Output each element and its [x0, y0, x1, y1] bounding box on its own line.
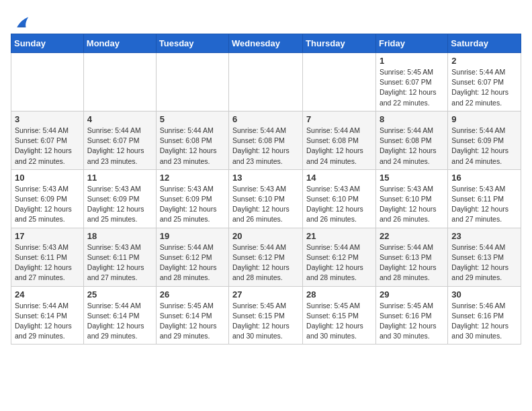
calendar-cell: 7Sunrise: 5:44 AM Sunset: 6:08 PM Daylig…: [303, 111, 376, 169]
calendar-cell: 27Sunrise: 5:45 AM Sunset: 6:15 PM Dayli…: [229, 286, 303, 345]
calendar-header-monday: Monday: [83, 34, 156, 53]
calendar-cell: 21Sunrise: 5:44 AM Sunset: 6:12 PM Dayli…: [303, 228, 376, 286]
day-info: Sunrise: 5:46 AM Sunset: 6:16 PM Dayligh…: [451, 301, 517, 342]
calendar-cell: 15Sunrise: 5:43 AM Sunset: 6:10 PM Dayli…: [375, 169, 447, 228]
calendar-cell: 20Sunrise: 5:44 AM Sunset: 6:12 PM Dayli…: [229, 228, 303, 286]
day-number: 30: [451, 289, 517, 300]
day-info: Sunrise: 5:44 AM Sunset: 6:12 PM Dayligh…: [232, 242, 299, 283]
day-info: Sunrise: 5:43 AM Sunset: 6:11 PM Dayligh…: [451, 184, 517, 225]
day-number: 25: [87, 289, 152, 300]
day-info: Sunrise: 5:44 AM Sunset: 6:14 PM Dayligh…: [15, 301, 80, 342]
day-info: Sunrise: 5:43 AM Sunset: 6:10 PM Dayligh…: [380, 184, 444, 225]
day-info: Sunrise: 5:44 AM Sunset: 6:08 PM Dayligh…: [380, 126, 444, 167]
day-number: 4: [87, 114, 152, 124]
day-number: 2: [451, 56, 517, 66]
day-number: 26: [160, 289, 225, 300]
calendar-header-friday: Friday: [375, 34, 447, 53]
day-info: Sunrise: 5:43 AM Sunset: 6:09 PM Dayligh…: [87, 184, 152, 225]
day-number: 22: [380, 231, 444, 241]
calendar-cell: [83, 53, 156, 111]
day-info: Sunrise: 5:44 AM Sunset: 6:14 PM Dayligh…: [87, 301, 152, 342]
calendar-week-row: 10Sunrise: 5:43 AM Sunset: 6:09 PM Dayli…: [11, 169, 521, 228]
day-info: Sunrise: 5:44 AM Sunset: 6:07 PM Dayligh…: [451, 67, 517, 108]
calendar-cell: 30Sunrise: 5:46 AM Sunset: 6:16 PM Dayli…: [448, 286, 521, 345]
day-info: Sunrise: 5:43 AM Sunset: 6:11 PM Dayligh…: [87, 242, 152, 283]
calendar-header-wednesday: Wednesday: [229, 34, 303, 53]
day-info: Sunrise: 5:44 AM Sunset: 6:13 PM Dayligh…: [380, 242, 444, 283]
day-number: 12: [160, 173, 225, 183]
calendar-cell: 3Sunrise: 5:44 AM Sunset: 6:07 PM Daylig…: [11, 111, 84, 169]
calendar-cell: 25Sunrise: 5:44 AM Sunset: 6:14 PM Dayli…: [83, 286, 156, 345]
day-info: Sunrise: 5:45 AM Sunset: 6:16 PM Dayligh…: [380, 301, 444, 342]
day-number: 17: [15, 231, 80, 241]
calendar-cell: 4Sunrise: 5:44 AM Sunset: 6:07 PM Daylig…: [83, 111, 156, 169]
day-info: Sunrise: 5:43 AM Sunset: 6:09 PM Dayligh…: [160, 184, 225, 225]
day-info: Sunrise: 5:43 AM Sunset: 6:10 PM Dayligh…: [232, 184, 299, 225]
calendar-cell: [229, 53, 303, 111]
calendar-cell: 26Sunrise: 5:45 AM Sunset: 6:14 PM Dayli…: [156, 286, 228, 345]
calendar-cell: 1Sunrise: 5:45 AM Sunset: 6:07 PM Daylig…: [375, 53, 447, 111]
day-info: Sunrise: 5:44 AM Sunset: 6:08 PM Dayligh…: [160, 126, 225, 167]
day-number: 24: [15, 289, 80, 300]
day-info: Sunrise: 5:44 AM Sunset: 6:09 PM Dayligh…: [451, 126, 517, 167]
calendar-header-row: SundayMondayTuesdayWednesdayThursdayFrid…: [11, 34, 521, 53]
day-number: 27: [232, 289, 299, 300]
day-number: 3: [15, 114, 80, 124]
calendar-cell: 10Sunrise: 5:43 AM Sunset: 6:09 PM Dayli…: [11, 169, 84, 228]
day-info: Sunrise: 5:44 AM Sunset: 6:12 PM Dayligh…: [306, 242, 372, 283]
calendar-cell: 5Sunrise: 5:44 AM Sunset: 6:08 PM Daylig…: [156, 111, 228, 169]
day-info: Sunrise: 5:45 AM Sunset: 6:14 PM Dayligh…: [160, 301, 225, 342]
day-number: 7: [306, 114, 372, 124]
calendar-cell: [11, 53, 84, 111]
day-info: Sunrise: 5:43 AM Sunset: 6:09 PM Dayligh…: [15, 184, 80, 225]
day-number: 21: [306, 231, 372, 241]
calendar-table: SundayMondayTuesdayWednesdayThursdayFrid…: [11, 34, 521, 345]
calendar-cell: 24Sunrise: 5:44 AM Sunset: 6:14 PM Dayli…: [11, 286, 84, 345]
day-number: 14: [306, 173, 372, 183]
day-number: 18: [87, 231, 152, 241]
day-info: Sunrise: 5:45 AM Sunset: 6:15 PM Dayligh…: [306, 301, 372, 342]
calendar-cell: 2Sunrise: 5:44 AM Sunset: 6:07 PM Daylig…: [448, 53, 521, 111]
calendar-header-tuesday: Tuesday: [156, 34, 228, 53]
calendar-cell: 28Sunrise: 5:45 AM Sunset: 6:15 PM Dayli…: [303, 286, 376, 345]
calendar-cell: 19Sunrise: 5:44 AM Sunset: 6:12 PM Dayli…: [156, 228, 228, 286]
day-number: 8: [380, 114, 444, 124]
logo-bird-icon: [12, 13, 31, 32]
calendar-cell: 9Sunrise: 5:44 AM Sunset: 6:09 PM Daylig…: [448, 111, 521, 169]
day-number: 6: [232, 114, 299, 124]
calendar-week-row: 1Sunrise: 5:45 AM Sunset: 6:07 PM Daylig…: [11, 53, 521, 111]
day-info: Sunrise: 5:43 AM Sunset: 6:10 PM Dayligh…: [306, 184, 372, 225]
calendar-header-thursday: Thursday: [303, 34, 376, 53]
day-info: Sunrise: 5:43 AM Sunset: 6:11 PM Dayligh…: [15, 242, 80, 283]
day-info: Sunrise: 5:45 AM Sunset: 6:15 PM Dayligh…: [232, 301, 299, 342]
logo: [11, 13, 31, 28]
calendar-cell: [303, 53, 376, 111]
calendar-week-row: 17Sunrise: 5:43 AM Sunset: 6:11 PM Dayli…: [11, 228, 521, 286]
day-number: 23: [451, 231, 517, 241]
day-number: 13: [232, 173, 299, 183]
calendar-cell: 14Sunrise: 5:43 AM Sunset: 6:10 PM Dayli…: [303, 169, 376, 228]
calendar-cell: 12Sunrise: 5:43 AM Sunset: 6:09 PM Dayli…: [156, 169, 228, 228]
calendar-cell: 17Sunrise: 5:43 AM Sunset: 6:11 PM Dayli…: [11, 228, 84, 286]
day-number: 1: [380, 56, 444, 66]
calendar-cell: 6Sunrise: 5:44 AM Sunset: 6:08 PM Daylig…: [229, 111, 303, 169]
day-number: 11: [87, 173, 152, 183]
day-info: Sunrise: 5:45 AM Sunset: 6:07 PM Dayligh…: [380, 67, 444, 108]
calendar-header-saturday: Saturday: [448, 34, 521, 53]
day-number: 29: [380, 289, 444, 300]
day-info: Sunrise: 5:44 AM Sunset: 6:13 PM Dayligh…: [451, 242, 517, 283]
day-number: 15: [380, 173, 444, 183]
day-info: Sunrise: 5:44 AM Sunset: 6:12 PM Dayligh…: [160, 242, 225, 283]
calendar-week-row: 3Sunrise: 5:44 AM Sunset: 6:07 PM Daylig…: [11, 111, 521, 169]
day-number: 20: [232, 231, 299, 241]
calendar-cell: 16Sunrise: 5:43 AM Sunset: 6:11 PM Dayli…: [448, 169, 521, 228]
calendar-cell: 22Sunrise: 5:44 AM Sunset: 6:13 PM Dayli…: [375, 228, 447, 286]
calendar-cell: 13Sunrise: 5:43 AM Sunset: 6:10 PM Dayli…: [229, 169, 303, 228]
day-info: Sunrise: 5:44 AM Sunset: 6:08 PM Dayligh…: [232, 126, 299, 167]
day-number: 16: [451, 173, 517, 183]
day-number: 28: [306, 289, 372, 300]
calendar-cell: 29Sunrise: 5:45 AM Sunset: 6:16 PM Dayli…: [375, 286, 447, 345]
calendar-header-sunday: Sunday: [11, 34, 84, 53]
day-info: Sunrise: 5:44 AM Sunset: 6:07 PM Dayligh…: [15, 126, 80, 167]
page-header: [11, 11, 521, 28]
